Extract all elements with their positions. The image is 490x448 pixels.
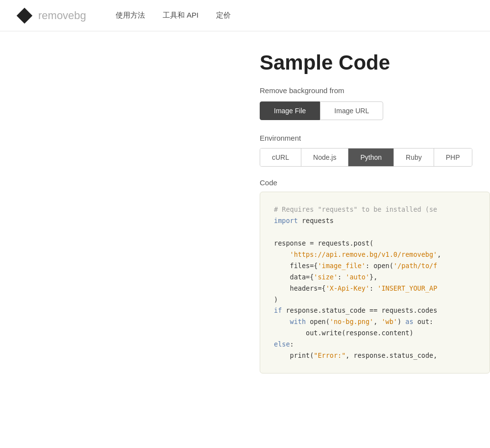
logo-icon	[16, 7, 33, 25]
logo-area: removebg	[16, 7, 86, 25]
code-label: Code	[260, 178, 490, 187]
tab-php[interactable]: PHP	[434, 149, 472, 166]
environment-tab-group: cURL Node.js Python Ruby PHP	[260, 148, 472, 167]
logo-text: removebg	[38, 9, 86, 22]
svg-marker-0	[17, 7, 32, 23]
nav-link-tools[interactable]: 工具和 API	[163, 11, 198, 19]
code-pre: # Requires "requests" to be installed (s…	[274, 204, 476, 361]
subtitle: Remove background from	[260, 86, 490, 95]
page-title: Sample Code	[260, 51, 490, 75]
tab-python[interactable]: Python	[348, 149, 394, 166]
navbar: removebg 使用方法 工具和 API 定价	[0, 0, 490, 31]
nav-link-usage[interactable]: 使用方法	[116, 11, 145, 19]
code-block: # Requires "requests" to be installed (s…	[260, 192, 490, 373]
source-toggle-group: Image File Image URL	[260, 101, 490, 120]
nav-links: 使用方法 工具和 API 定价	[116, 11, 231, 20]
nav-link-pricing[interactable]: 定价	[216, 11, 231, 19]
environment-label: Environment	[260, 134, 490, 142]
tab-curl[interactable]: cURL	[260, 149, 301, 166]
toggle-image-url[interactable]: Image URL	[320, 101, 383, 120]
tab-ruby[interactable]: Ruby	[394, 149, 434, 166]
toggle-image-file[interactable]: Image File	[260, 101, 320, 120]
page-content: Sample Code Remove background from Image…	[0, 31, 490, 448]
tab-nodejs[interactable]: Node.js	[301, 149, 348, 166]
